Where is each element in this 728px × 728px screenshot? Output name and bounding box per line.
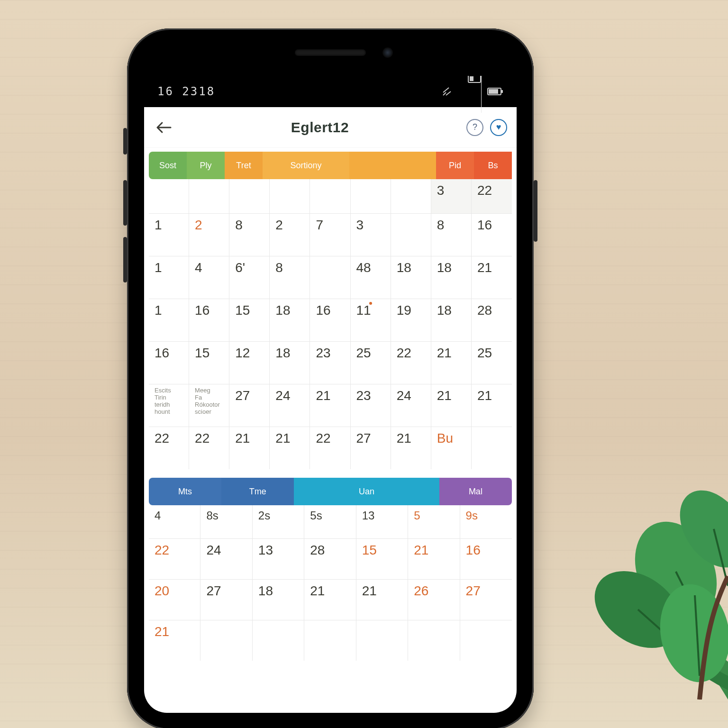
calendar-day-cell[interactable]: 21 [431, 384, 472, 427]
calendar-day-cell[interactable]: 21 [431, 341, 472, 384]
calendar-day-cell[interactable]: 16 [460, 538, 512, 579]
volume-down-button[interactable] [123, 237, 127, 282]
calendar-day-cell[interactable]: 22 [472, 179, 512, 213]
calendar-day-cell[interactable]: 3 [431, 179, 472, 213]
calendar-day-cell[interactable]: 8 [270, 256, 310, 299]
calendar-day-cell[interactable] [356, 620, 408, 661]
calendar-day-cell[interactable]: 9s [460, 505, 512, 538]
calendar-day-cell[interactable]: 21 [391, 427, 431, 469]
calendar-day-cell[interactable]: 1 [149, 256, 189, 299]
calendar-day-cell[interactable]: 8s [200, 505, 252, 538]
calendar-day-cell[interactable]: 22 [310, 427, 350, 469]
calendar-day-cell[interactable]: 21 [304, 579, 356, 620]
calendar-day-cell[interactable]: 22 [149, 538, 200, 579]
calendar-day-cell[interactable]: 22 [149, 427, 189, 469]
calendar-day-cell[interactable]: 16 [189, 299, 229, 341]
calendar-day-cell[interactable]: 13 [253, 538, 304, 579]
calendar-day-cell[interactable] [408, 620, 460, 661]
calendar-day-cell[interactable] [310, 179, 350, 213]
calendar-day-cell[interactable]: 6' [229, 256, 270, 299]
calendar-day-cell[interactable] [189, 179, 229, 213]
calendar-day-cell[interactable]: 22 [189, 427, 229, 469]
calendar-day-cell[interactable]: 25 [351, 341, 391, 384]
calendar-day-cell[interactable]: 48 [351, 256, 391, 299]
calendar-day-cell[interactable]: 27 [229, 384, 270, 427]
calendar-day-cell[interactable]: 22 [391, 341, 431, 384]
calendar-day-cell[interactable]: 27 [351, 427, 391, 469]
calendar-day-cell[interactable]: 8 [431, 213, 472, 256]
category-tab[interactable]: Mal [439, 478, 512, 505]
calendar-day-cell[interactable]: 1 [149, 213, 189, 256]
calendar-day-cell[interactable]: 2 [189, 213, 229, 256]
calendar-day-cell[interactable]: 16 [149, 341, 189, 384]
calendar-day-cell[interactable]: 5 [408, 505, 460, 538]
calendar-day-cell[interactable]: 25 [472, 341, 512, 384]
calendar-day-cell[interactable] [304, 620, 356, 661]
calendar-day-cell[interactable]: 11 [351, 299, 391, 341]
weekday-tab[interactable] [349, 152, 436, 179]
calendar-day-cell[interactable]: 2s [253, 505, 304, 538]
calendar-day-cell[interactable] [460, 620, 512, 661]
weekday-tab[interactable]: Tret [225, 152, 263, 179]
weekday-tab[interactable]: Ply [187, 152, 225, 179]
weekday-tab[interactable]: Pid [436, 152, 474, 179]
calendar-day-cell[interactable]: 19 [391, 299, 431, 341]
calendar-day-cell[interactable] [149, 179, 189, 213]
calendar-day-cell[interactable]: 18 [391, 256, 431, 299]
calendar-day-cell[interactable] [200, 620, 252, 661]
category-tab[interactable]: Mts [149, 478, 221, 505]
calendar-day-cell[interactable] [253, 620, 304, 661]
calendar-day-cell[interactable]: 28 [472, 299, 512, 341]
category-tab[interactable]: Uan [294, 478, 439, 505]
favorite-button[interactable]: ♥ [490, 119, 507, 136]
calendar-day-cell[interactable]: 21 [408, 538, 460, 579]
back-button[interactable] [154, 118, 173, 137]
power-button[interactable] [534, 180, 537, 242]
calendar-day-cell[interactable]: 18 [431, 256, 472, 299]
calendar-day-cell[interactable] [391, 213, 431, 256]
calendar-day-cell[interactable]: 18 [270, 341, 310, 384]
calendar-day-cell[interactable]: 18 [270, 299, 310, 341]
calendar-day-cell[interactable]: 21 [229, 427, 270, 469]
calendar-day-cell[interactable]: 15 [356, 538, 408, 579]
calendar-day-cell[interactable]: 18 [253, 579, 304, 620]
calendar-day-cell[interactable]: 21 [472, 256, 512, 299]
calendar-day-cell[interactable]: 24 [391, 384, 431, 427]
calendar-day-cell[interactable]: 15 [189, 341, 229, 384]
calendar-day-cell[interactable] [310, 256, 350, 299]
weekday-tab[interactable]: Sortiony [263, 152, 349, 179]
calendar-day-cell[interactable]: 21 [356, 579, 408, 620]
calendar-day-cell[interactable]: 16 [310, 299, 350, 341]
calendar-day-cell[interactable]: 2 [270, 213, 310, 256]
weekday-tab[interactable]: Bs [474, 152, 512, 179]
calendar-day-cell[interactable]: 21 [149, 620, 200, 661]
calendar-day-cell[interactable]: 21 [310, 384, 350, 427]
calendar-day-cell[interactable]: 15 [229, 299, 270, 341]
weekday-tab[interactable]: Sost [149, 152, 187, 179]
calendar-day-cell[interactable]: 27 [460, 579, 512, 620]
calendar-day-cell[interactable]: 23 [310, 341, 350, 384]
calendar-day-cell[interactable]: 21 [270, 427, 310, 469]
calendar-day-cell[interactable] [229, 179, 270, 213]
calendar-day-cell[interactable] [351, 179, 391, 213]
calendar-day-cell[interactable]: 24 [200, 538, 252, 579]
calendar-day-cell[interactable]: EscitsTirinteridhhount [149, 384, 189, 427]
calendar-day-cell[interactable]: 4 [189, 256, 229, 299]
calendar-day-cell[interactable] [270, 179, 310, 213]
calendar-day-cell[interactable]: 12 [229, 341, 270, 384]
calendar-day-cell[interactable]: 23 [351, 384, 391, 427]
calendar-day-cell[interactable]: 8 [229, 213, 270, 256]
calendar-day-cell[interactable]: 1 [149, 299, 189, 341]
category-tab[interactable]: Tme [221, 478, 294, 505]
calendar-day-cell[interactable]: 26 [408, 579, 460, 620]
help-button[interactable]: ? [466, 119, 483, 136]
calendar-day-cell[interactable]: 18 [431, 299, 472, 341]
calendar-day-cell[interactable]: 24 [270, 384, 310, 427]
calendar-day-cell[interactable]: 28 [304, 538, 356, 579]
calendar-day-cell[interactable]: 3 [351, 213, 391, 256]
calendar-day-cell[interactable]: 5s [304, 505, 356, 538]
calendar-day-cell[interactable]: 7 [310, 213, 350, 256]
calendar-day-cell[interactable]: 21 [472, 384, 512, 427]
calendar-day-cell[interactable]: MeegFaRókootorscioer [189, 384, 229, 427]
mute-switch[interactable] [123, 128, 127, 155]
